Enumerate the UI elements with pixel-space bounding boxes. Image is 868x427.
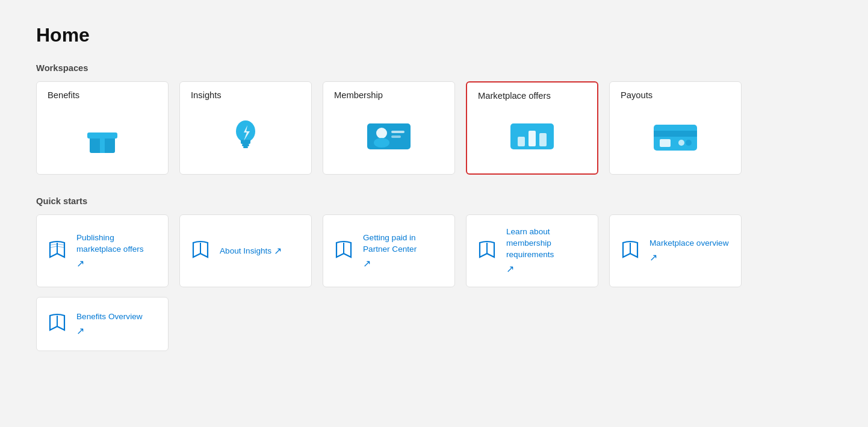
svg-rect-2 (100, 132, 105, 153)
workspace-title-membership: Membership (334, 90, 383, 100)
svg-point-19 (678, 140, 684, 146)
quick-card-text-benefits-overview: Benefits Overview ↗ (76, 311, 143, 338)
book-icon-benefits-overview (46, 312, 68, 336)
quick-card-text-publishing: Publishing marketplace offers ↗ (76, 232, 158, 270)
quick-label-about-insights: About Insights (220, 245, 271, 257)
workspaces-row: Benefits Insights (36, 81, 832, 175)
membership-icon (365, 120, 413, 153)
workspace-card-benefits[interactable]: Benefits (36, 81, 169, 175)
workspace-icon-area-benefits (48, 106, 157, 163)
quick-starts-row-1: Publishing marketplace offers ↗ About In… (36, 214, 832, 287)
svg-rect-4 (241, 140, 250, 144)
ext-icon-membership-req: ↗ (506, 263, 588, 276)
workspace-card-membership[interactable]: Membership (323, 81, 455, 175)
workspaces-label: Workspaces (36, 63, 832, 73)
workspace-icon-area-marketplace-offers (478, 107, 586, 163)
ext-icon-marketplace-overview: ↗ (649, 251, 728, 264)
quick-card-text-marketplace-overview: Marketplace overview ↗ (649, 237, 728, 264)
benefits-icon (81, 116, 123, 158)
svg-rect-13 (518, 137, 525, 146)
payouts-icon (651, 120, 699, 153)
workspace-title-benefits: Benefits (48, 90, 79, 100)
ext-icon-about-insights: ↗ (274, 245, 282, 258)
svg-rect-7 (367, 123, 411, 149)
page-title: Home (36, 24, 832, 46)
quick-card-text-getting-paid: Getting paid in Partner Center ↗ (363, 232, 445, 270)
workspace-title-insights: Insights (191, 90, 222, 100)
svg-point-8 (376, 128, 387, 139)
workspace-title-payouts: Payouts (621, 90, 653, 100)
workspace-card-insights[interactable]: Insights (179, 81, 312, 175)
book-icon-membership-req (476, 239, 498, 263)
quick-starts-label: Quick starts (36, 196, 832, 206)
quick-card-getting-paid[interactable]: Getting paid in Partner Center ↗ (323, 214, 455, 287)
ext-icon-benefits-overview: ↗ (76, 325, 143, 338)
workspace-icon-area-membership (334, 106, 444, 163)
quick-label-marketplace-overview: Marketplace overview (649, 237, 728, 249)
svg-rect-14 (529, 131, 536, 146)
quick-card-text-membership-req: Learn about membership requirements ↗ (506, 226, 588, 276)
insights-icon (225, 116, 267, 158)
quick-card-about-insights[interactable]: About Insights ↗ (179, 214, 312, 287)
quick-card-text-about-insights: About Insights ↗ (220, 245, 282, 258)
workspace-card-payouts[interactable]: Payouts (609, 81, 742, 175)
book-icon-getting-paid (333, 239, 355, 263)
book-icon-about-insights (190, 239, 211, 263)
svg-rect-17 (654, 131, 697, 137)
quick-card-publishing[interactable]: Publishing marketplace offers ↗ (36, 214, 169, 287)
quick-label-membership-req: Learn about membership requirements (506, 226, 588, 260)
ext-icon-getting-paid: ↗ (363, 257, 445, 270)
workspace-icon-area-insights (191, 106, 300, 163)
svg-rect-15 (539, 133, 547, 146)
quick-label-publishing: Publishing marketplace offers (76, 232, 158, 255)
quick-starts-row-2: Benefits Overview ↗ (36, 297, 832, 351)
quick-label-getting-paid: Getting paid in Partner Center (363, 232, 445, 255)
svg-rect-10 (391, 131, 405, 133)
svg-rect-5 (242, 144, 249, 146)
workspace-card-marketplace-offers[interactable]: Marketplace offers (466, 81, 598, 175)
svg-rect-6 (243, 146, 248, 148)
svg-rect-18 (660, 139, 671, 147)
workspace-icon-area-payouts (621, 106, 730, 163)
quick-card-membership-req[interactable]: Learn about membership requirements ↗ (466, 214, 598, 287)
svg-rect-11 (391, 136, 401, 138)
quick-label-benefits-overview: Benefits Overview (76, 311, 143, 322)
marketplace-offers-icon (508, 120, 556, 153)
quick-card-marketplace-overview[interactable]: Marketplace overview ↗ (609, 214, 742, 287)
workspace-title-marketplace-offers: Marketplace offers (478, 91, 551, 101)
svg-point-9 (374, 138, 389, 148)
svg-point-20 (686, 140, 692, 146)
ext-icon-publishing: ↗ (76, 257, 158, 270)
book-icon-publishing (46, 239, 68, 263)
book-icon-marketplace-overview (619, 239, 641, 263)
quick-card-benefits-overview[interactable]: Benefits Overview ↗ (36, 297, 169, 351)
